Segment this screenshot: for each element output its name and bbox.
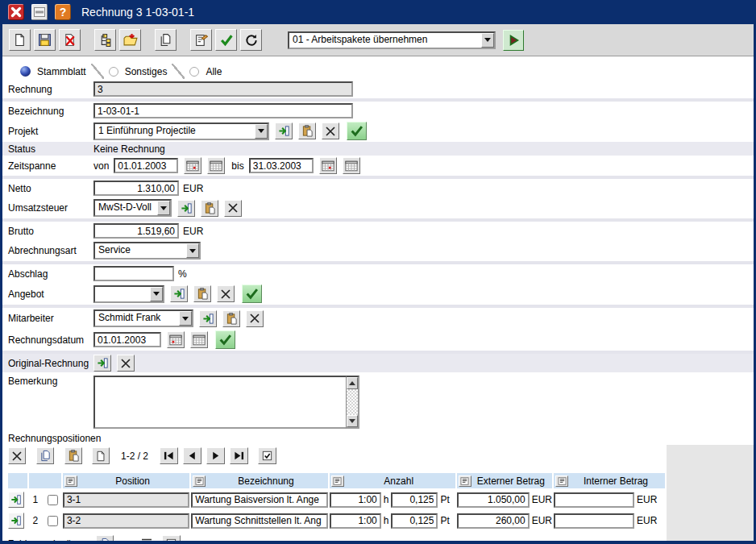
angebot-select-arrow-button[interactable]	[150, 287, 163, 301]
scrollbar-track[interactable]	[347, 389, 358, 415]
tab-alle[interactable]: Alle	[185, 64, 226, 79]
bezeichnung-input[interactable]	[191, 492, 327, 508]
edit-form-button[interactable]	[190, 29, 212, 51]
projekt-select-arrow-button[interactable]	[255, 124, 268, 139]
umsatzsteuer-select-arrow-button[interactable]	[157, 201, 170, 215]
column-menu-button[interactable]	[193, 475, 206, 487]
payments-select-all-button[interactable]	[162, 535, 181, 544]
action-select[interactable]: 01 - Arbeitspakete übernehmen	[288, 31, 496, 49]
positions-copy-button[interactable]	[36, 447, 54, 464]
copy-icon	[159, 33, 172, 47]
rechnungsdatum-calendar-button[interactable]	[190, 331, 208, 348]
bis-calendar-today-button[interactable]	[319, 157, 337, 174]
abschlag-input[interactable]	[93, 266, 174, 281]
bezeichnung-input[interactable]	[191, 513, 327, 529]
original-rechnung-jump-button[interactable]	[93, 355, 111, 372]
positions-new-button[interactable]	[92, 447, 110, 464]
mitarbeiter-select[interactable]: Schmidt Frank	[93, 309, 193, 327]
row-jump-button[interactable]	[8, 513, 24, 529]
projekt-clear-button[interactable]	[322, 123, 339, 139]
copy-button[interactable]	[155, 29, 177, 51]
nav-next-button[interactable]	[206, 447, 225, 464]
zeitspanne-bis-input[interactable]	[249, 158, 314, 173]
column-menu-button[interactable]	[64, 475, 77, 487]
row-checkbox[interactable]	[48, 516, 58, 526]
action-select-arrow-button[interactable]	[481, 33, 494, 48]
nav-first-button[interactable]	[160, 447, 178, 464]
tab-stammblatt[interactable]: Stammblatt	[15, 64, 91, 79]
nav-prev-button[interactable]	[183, 447, 201, 464]
anzahl-pt-input[interactable]	[391, 513, 438, 529]
anzahl-hours-input[interactable]	[330, 492, 381, 508]
position-input[interactable]	[63, 513, 189, 529]
interner-betrag-input[interactable]	[554, 492, 634, 508]
anzahl-hours-input[interactable]	[330, 513, 381, 529]
bemerkung-scrollbar[interactable]	[346, 376, 359, 429]
projekt-paste-button[interactable]	[298, 123, 316, 139]
bemerkung-textarea[interactable]	[93, 376, 359, 429]
import-button[interactable]	[119, 29, 141, 51]
help-button[interactable]: ?	[55, 4, 71, 20]
mitarbeiter-paste-button[interactable]	[222, 310, 240, 327]
close-button[interactable]	[8, 4, 24, 20]
bezeichnung-input[interactable]	[93, 103, 353, 118]
row-checkbox[interactable]	[48, 495, 58, 505]
interner-betrag-input[interactable]	[554, 513, 634, 529]
positions-clear-button[interactable]	[8, 447, 26, 464]
anzahl-pt-input[interactable]	[391, 492, 438, 508]
rechnungsdatum-confirm-button[interactable]	[215, 330, 235, 349]
abrechnungsart-select-arrow-button[interactable]	[186, 243, 199, 258]
delete-button[interactable]	[59, 29, 81, 51]
angebot-paste-button[interactable]	[193, 285, 211, 302]
nav-last-button[interactable]	[230, 447, 248, 464]
window-button[interactable]	[31, 4, 48, 20]
scroll-down-button[interactable]	[347, 415, 358, 427]
column-menu-button[interactable]	[459, 475, 471, 487]
save-button[interactable]	[34, 29, 56, 51]
scroll-up-button[interactable]	[347, 377, 358, 389]
projekt-confirm-button[interactable]	[347, 122, 367, 140]
netto-input[interactable]	[93, 181, 179, 196]
mitarbeiter-clear-button[interactable]	[246, 310, 264, 327]
angebot-clear-button[interactable]	[217, 285, 235, 302]
projekt-select[interactable]: 1 Einführung Projectile	[93, 123, 269, 140]
angebot-jump-button[interactable]	[170, 285, 188, 302]
abrechnungsart-select[interactable]: Service	[93, 242, 201, 260]
von-calendar-button[interactable]	[207, 157, 225, 174]
select-all-button[interactable]	[258, 447, 276, 464]
projekt-jump-button[interactable]	[275, 123, 293, 139]
umsatzsteuer-paste-button[interactable]	[201, 200, 218, 217]
refresh-button[interactable]	[240, 29, 262, 51]
rechnungsdatum-input[interactable]	[93, 332, 161, 347]
tab-sonstiges[interactable]: Sonstiges	[104, 64, 172, 79]
zeitspanne-von-input[interactable]	[114, 158, 178, 173]
bemerkung-text[interactable]	[93, 376, 346, 429]
umsatzsteuer-clear-button[interactable]	[224, 200, 242, 217]
run-action-button[interactable]	[503, 30, 524, 51]
column-menu-button[interactable]	[555, 475, 568, 487]
rechnungsdatum-calendar-today-button[interactable]	[167, 331, 185, 348]
angebot-confirm-button[interactable]	[242, 284, 262, 303]
row-jump-button[interactable]	[8, 492, 24, 508]
confirm-button[interactable]	[215, 29, 237, 51]
column-menu-icon	[460, 477, 469, 485]
positions-paste-button[interactable]	[64, 447, 82, 464]
umsatzsteuer-jump-button[interactable]	[177, 200, 195, 217]
payments-collapse-button[interactable]	[138, 535, 156, 544]
position-input[interactable]	[63, 492, 189, 508]
structure-tree-button[interactable]	[94, 29, 116, 51]
rechnung-input[interactable]	[93, 81, 353, 97]
original-rechnung-clear-button[interactable]	[117, 355, 135, 372]
column-menu-button[interactable]	[331, 475, 344, 487]
angebot-select[interactable]	[93, 285, 164, 303]
umsatzsteuer-select[interactable]: MwSt-D-Voll	[93, 199, 172, 217]
mitarbeiter-jump-button[interactable]	[199, 310, 217, 327]
new-document-button[interactable]	[9, 29, 31, 51]
brutto-input[interactable]	[93, 223, 179, 239]
externer-betrag-input[interactable]	[457, 513, 530, 529]
bis-calendar-button[interactable]	[343, 157, 360, 174]
mitarbeiter-select-arrow-button[interactable]	[179, 311, 192, 326]
externer-betrag-input[interactable]	[457, 492, 530, 508]
von-calendar-today-button[interactable]	[184, 157, 201, 174]
payments-copy-button[interactable]	[96, 535, 114, 544]
